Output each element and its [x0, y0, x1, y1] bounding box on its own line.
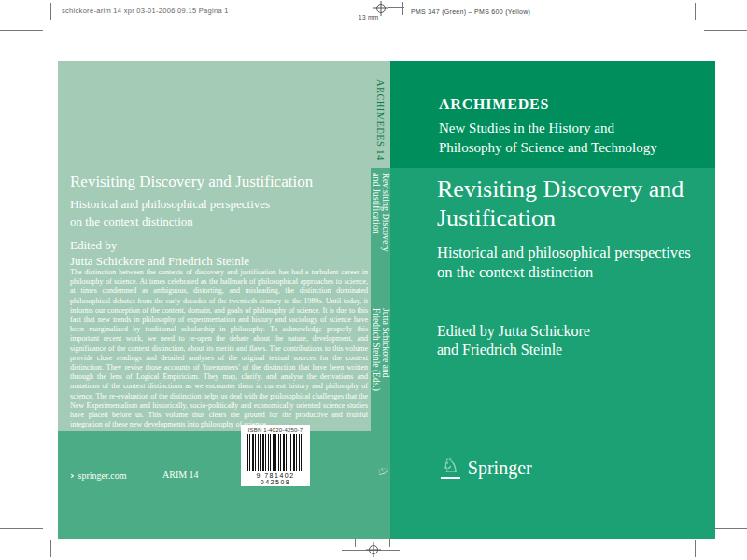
- spine-title-line2: and Justification: [371, 173, 381, 303]
- crop-mark-top-left-v: [50, 3, 51, 20]
- crop-mark-top-right-h: [704, 30, 747, 31]
- front-subtitle: Historical and philosophical perspective…: [437, 243, 691, 282]
- front-series-name: ARCHIMEDES: [439, 96, 657, 113]
- back-cover-bottom-band: [58, 431, 371, 539]
- spine-title: Revisiting Discovery and Justification: [371, 173, 390, 303]
- spine-fold-mark-top-v: [402, 2, 403, 15]
- crop-mark-bottom-right-v: [695, 540, 696, 557]
- spine-editors-line1: Jutta Schickore and: [381, 308, 391, 439]
- print-proof-page: schickore-arim 14 xpr 03-01-2006 09.15 P…: [0, 0, 747, 560]
- spine-editors-line2: Friedrich Steinle (Eds.): [371, 308, 381, 439]
- crop-mark-top-right-v: [695, 3, 696, 20]
- back-subtitle-line2: on the context distinction: [70, 215, 193, 230]
- front-series-line1: New Studies in the History and: [439, 119, 657, 138]
- registration-target-bottom-icon: [366, 542, 381, 557]
- spine-fold-mark-bottom-right: [389, 539, 390, 547]
- barcode-bars-icon: [247, 434, 303, 471]
- spine-editors: Jutta Schickore and Friedrich Steinle (E…: [371, 308, 390, 439]
- chevron-right-icon: ›: [70, 469, 75, 482]
- front-title: Revisiting Discovery and Justification: [437, 175, 684, 232]
- spine-series-label: ARCHIMEDES 14: [369, 79, 391, 168]
- springer-logo: ♘ Springer: [441, 456, 532, 479]
- front-title-line2: Justification: [437, 203, 684, 232]
- front-title-line1: Revisiting Discovery and: [437, 175, 684, 203]
- back-editors: Jutta Schickore and Friedrich Steinle: [70, 254, 249, 269]
- spine-springer-horse-icon: ♘: [374, 466, 390, 483]
- spine-title-line1: Revisiting Discovery: [381, 173, 391, 303]
- spine-fold-mark-bottom-left: [355, 539, 356, 547]
- registration-target-top-icon: [374, 1, 388, 16]
- front-series-block: ARCHIMEDES New Studies in the History an…: [439, 96, 657, 158]
- springer-site-text: springer.com: [78, 470, 127, 481]
- crop-mark-top-left-h: [0, 30, 43, 31]
- springer-horse-icon: ♘: [441, 456, 460, 479]
- front-editors-line2: and Friedrich Steinle: [437, 341, 590, 359]
- crop-mark-bottom-left-v: [50, 540, 51, 557]
- front-editors-line1: Edited by Jutta Schickore: [437, 322, 590, 341]
- front-subtitle-line2: on the context distinction: [437, 262, 691, 282]
- ean-number: 9 781402 042508: [241, 472, 310, 485]
- back-edited-by-label: Edited by: [70, 238, 117, 253]
- front-subtitle-line1: Historical and philosophical perspective…: [437, 243, 691, 262]
- front-editors: Edited by Jutta Schickore and Friedrich …: [437, 322, 590, 359]
- publisher-name: Springer: [468, 457, 532, 479]
- back-subtitle-line1: Historical and philosophical perspective…: [70, 197, 270, 212]
- springer-site-link: ›springer.com: [70, 469, 126, 482]
- back-title: Revisiting Discovery and Justification: [70, 173, 313, 191]
- back-blurb: The distinction between the contexts of …: [70, 268, 368, 429]
- isbn-barcode: ISBN 1-4020-4250-7 9 781402 042508: [241, 425, 310, 486]
- series-code: ARIM 14: [162, 469, 199, 480]
- proof-filename-slug: schickore-arim 14 xpr 03-01-2006 09.15 P…: [62, 7, 229, 15]
- front-series-line2: Philosophy of Science and Technology: [439, 138, 657, 158]
- proof-color-slug: PMS 347 (Green) – PMS 600 (Yellow): [411, 8, 530, 15]
- book-cover-spread: Revisiting Discovery and Justification H…: [58, 61, 715, 539]
- crop-mark-bottom-left-h: [0, 528, 43, 529]
- isbn-number: ISBN 1-4020-4250-7: [241, 425, 310, 433]
